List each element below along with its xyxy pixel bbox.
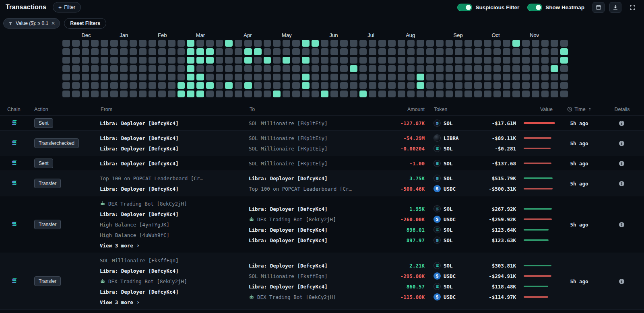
transaction-row[interactable]: SentLibra: Deployer [DefcyKc4]SOL Millio… (0, 156, 644, 171)
details-button[interactable] (619, 222, 625, 228)
heatmap-cell[interactable] (149, 74, 156, 80)
heatmap-cell[interactable] (398, 48, 405, 55)
heatmap-cell[interactable] (149, 65, 156, 72)
heatmap-cell[interactable] (196, 48, 204, 55)
to-address[interactable]: Libra: Deployer [DefcyKc4] (249, 204, 396, 214)
heatmap-cell[interactable] (560, 48, 568, 55)
token-cell[interactable]: SOL (428, 235, 475, 245)
heatmap-cell[interactable] (120, 57, 128, 64)
heatmap-cell[interactable] (244, 65, 252, 72)
heatmap-cell[interactable] (532, 65, 539, 72)
heatmap-cell[interactable] (254, 74, 262, 80)
heatmap-cell[interactable] (398, 57, 405, 64)
heatmap-cell[interactable] (91, 48, 99, 55)
heatmap-cell[interactable] (484, 65, 491, 72)
heatmap-cell[interactable] (417, 82, 424, 89)
heatmap-cell[interactable] (551, 82, 558, 89)
heatmap-cell[interactable] (464, 65, 472, 72)
heatmap-cell[interactable] (149, 91, 156, 97)
heatmap-cell[interactable] (484, 40, 491, 47)
heatmap-cell[interactable] (273, 65, 281, 72)
heatmap-cell[interactable] (216, 74, 223, 80)
to-address[interactable]: DEX Trading Bot [8ekCy2jH] (249, 214, 396, 224)
heatmap-cell[interactable] (388, 57, 396, 64)
heatmap-cell[interactable] (178, 91, 185, 97)
heatmap-cell[interactable] (72, 91, 80, 97)
heatmap-cell[interactable] (436, 74, 444, 80)
close-icon[interactable]: ✕ (51, 21, 55, 26)
heatmap-cell[interactable] (503, 40, 510, 47)
heatmap-cell[interactable] (455, 74, 462, 80)
heatmap-cell[interactable] (120, 82, 128, 89)
heatmap-cell[interactable] (340, 65, 348, 72)
heatmap-cell[interactable] (455, 82, 462, 89)
heatmap-cell[interactable] (101, 74, 108, 80)
heatmap-cell[interactable] (426, 48, 434, 55)
heatmap-cell[interactable] (464, 57, 472, 64)
heatmap-cell[interactable] (350, 74, 357, 80)
details-info-icon[interactable] (619, 278, 625, 284)
heatmap-cell[interactable] (254, 82, 262, 89)
heatmap-cell[interactable] (91, 40, 99, 47)
from-address[interactable]: Libra: Deployer [DefcyKc4] (100, 209, 249, 219)
heatmap-cell[interactable] (158, 65, 166, 72)
heatmap-cell[interactable] (359, 65, 367, 72)
heatmap-cell[interactable] (283, 40, 290, 47)
heatmap-cell[interactable] (130, 91, 137, 97)
heatmap-cell[interactable] (388, 65, 396, 72)
calendar-view-button[interactable] (592, 2, 605, 13)
heatmap-cell[interactable] (139, 48, 147, 55)
heatmap-cell[interactable] (225, 74, 233, 80)
token-cell[interactable]: LIBRA (428, 133, 475, 143)
heatmap-cell[interactable] (312, 48, 319, 55)
heatmap-cell[interactable] (522, 40, 530, 47)
heatmap-cell[interactable] (522, 48, 530, 55)
to-address[interactable]: DEX Trading Bot [8ekCy2jH] (249, 292, 396, 302)
heatmap-cell[interactable] (264, 40, 271, 47)
heatmap-cell[interactable] (82, 65, 89, 72)
heatmap-cell[interactable] (369, 40, 376, 47)
heatmap-cell[interactable] (522, 91, 530, 97)
heatmap-cell[interactable] (158, 91, 166, 97)
heatmap-cell[interactable] (196, 57, 204, 64)
heatmap-cell[interactable] (178, 82, 185, 89)
heatmap-cell[interactable] (72, 65, 80, 72)
heatmap-cell[interactable] (235, 40, 242, 47)
heatmap-cell[interactable] (493, 91, 501, 97)
heatmap-cell[interactable] (62, 48, 70, 55)
heatmap-cell[interactable] (302, 65, 310, 72)
heatmap-cell[interactable] (158, 57, 166, 64)
heatmap-cell[interactable] (312, 74, 319, 80)
heatmap-cell[interactable] (120, 74, 128, 80)
details-button[interactable] (619, 120, 625, 126)
heatmap-cell[interactable] (369, 48, 376, 55)
heatmap-cell[interactable] (541, 48, 549, 55)
heatmap-cell[interactable] (178, 74, 185, 80)
heatmap-cell[interactable] (436, 40, 444, 47)
transaction-row[interactable]: TransferDEX Trading Bot [8ekCy2jH]Libra:… (0, 196, 644, 253)
heatmap-cell[interactable] (512, 74, 520, 80)
heatmap-cell[interactable] (436, 48, 444, 55)
heatmap-cell[interactable] (330, 82, 338, 89)
download-button[interactable] (609, 2, 621, 13)
heatmap-cell[interactable] (101, 65, 108, 72)
to-address[interactable]: Libra: Deployer [DefcyKc4] (249, 260, 396, 271)
value-filter-chip[interactable]: Value ($): ≥ 0.1 ✕ (3, 18, 60, 29)
heatmap-cell[interactable] (426, 74, 434, 80)
heatmap-cell[interactable] (225, 48, 233, 55)
heatmap-cell[interactable] (139, 74, 147, 80)
heatmap-cell[interactable] (359, 74, 367, 80)
reset-filters-button[interactable]: Reset Filters (64, 18, 106, 29)
heatmap-cell[interactable] (254, 40, 262, 47)
heatmap-cell[interactable] (503, 74, 510, 80)
heatmap-cell[interactable] (541, 65, 549, 72)
heatmap-cell[interactable] (72, 74, 80, 80)
heatmap-cell[interactable] (407, 91, 415, 97)
heatmap-cell[interactable] (446, 48, 453, 55)
heatmap-cell[interactable] (321, 48, 328, 55)
from-address[interactable]: Libra: Deployer [DefcyKc4] (100, 266, 249, 276)
heatmap-cell[interactable] (484, 82, 491, 89)
heatmap-cell[interactable] (178, 40, 185, 47)
heatmap-cell[interactable] (340, 91, 348, 97)
from-address[interactable]: High Balance [4uWuh9fC] (100, 230, 249, 240)
